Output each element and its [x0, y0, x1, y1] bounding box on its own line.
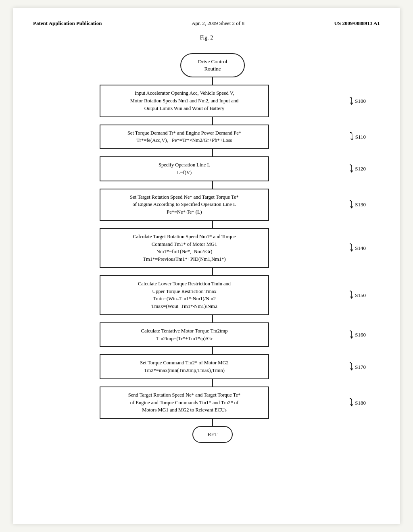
flowchart: Drive ControlRoutine Input Accelerator O…	[33, 53, 380, 443]
s170-arrow-icon: ⤵	[349, 361, 353, 373]
step-s130-text: Set Target Rotation Speed Ne* and Target…	[130, 194, 238, 215]
step-s100-text: Input Accelerator Opening Acc, Vehicle S…	[130, 90, 238, 111]
connector-3	[128, 181, 297, 189]
step-s140-text: Calculate Target Rotation Speed Nm1* and…	[133, 234, 236, 262]
connector-0	[128, 77, 297, 85]
step-s150-label: ⤵ S150	[349, 291, 366, 300]
step-s130-row: Set Target Rotation Speed Ne* and Target…	[100, 189, 325, 221]
s140-label-text: S140	[355, 245, 366, 251]
step-s180-label: ⤵ S180	[349, 398, 366, 407]
connector-6	[128, 315, 297, 322]
connector-4	[128, 221, 297, 228]
step-s140-label: ⤵ S140	[349, 243, 366, 253]
header-publication: Patent Application Publication	[33, 20, 102, 27]
header-date-sheet: Apr. 2, 2009 Sheet 2 of 8	[192, 20, 244, 27]
connector-7	[128, 347, 297, 354]
step-s110-label: ⤵ S110	[350, 132, 366, 141]
step-s130-label: ⤵ S130	[349, 200, 366, 209]
step-s170-text: Set Torque Command Tm2* of Motor MG2Tm2*…	[140, 360, 229, 373]
step-s120-box: Specify Operation Line LL=f(V)	[100, 156, 269, 181]
s140-arrow-icon: ⤵	[349, 242, 353, 254]
step-s180-text: Send Target Rotation Speed Ne* and Targe…	[128, 392, 240, 413]
step-s140-row: Calculate Target Rotation Speed Nm1* and…	[100, 228, 325, 268]
figure-title: Fig. 2	[33, 35, 380, 41]
step-s160-box: Calculate Tentative Motor Torque Tm2tmpT…	[100, 322, 269, 347]
connector-5	[128, 268, 297, 275]
step-s150-row: Calculate Lower Torque Restriction Tmin …	[100, 275, 325, 315]
start-wrapper: Drive ControlRoutine	[128, 53, 297, 77]
s120-label-text: S120	[355, 166, 366, 172]
step-s110-wrapper: Set Torque Demand Tr* and Engine Power D…	[100, 125, 269, 150]
step-s150-box: Calculate Lower Torque Restriction Tmin …	[100, 275, 269, 315]
s180-label-text: S180	[355, 399, 366, 406]
step-s100-label: ⤵ S100	[349, 96, 366, 106]
s120-arrow-icon: ⤵	[349, 163, 353, 175]
step-s110-text: Set Torque Demand Tr* and Engine Power D…	[127, 130, 241, 143]
step-s170-wrapper: Set Torque Command Tm2* of Motor MG2Tm2*…	[100, 354, 269, 379]
step-s130-wrapper: Set Target Rotation Speed Ne* and Target…	[100, 189, 269, 221]
connector-9	[128, 419, 297, 426]
step-s160-wrapper: Calculate Tentative Motor Torque Tm2tmpT…	[100, 322, 269, 347]
header-patent-number: US 2009/0088913 A1	[334, 20, 380, 27]
step-s150-wrapper: Calculate Lower Torque Restriction Tmin …	[100, 275, 269, 315]
s100-label-text: S100	[355, 98, 366, 104]
step-s160-label: ⤵ S160	[349, 330, 366, 339]
s150-arrow-icon: ⤵	[349, 289, 353, 301]
start-box: Drive ControlRoutine	[180, 53, 245, 77]
step-s160-text: Calculate Tentative Motor Torque Tm2tmpT…	[141, 328, 228, 341]
step-s180-box: Send Target Rotation Speed Ne* and Targe…	[100, 387, 269, 419]
end-wrapper: RET	[128, 426, 297, 443]
step-s140-wrapper: Calculate Target Rotation Speed Nm1* and…	[100, 228, 269, 268]
step-s120-row: Specify Operation Line LL=f(V) ⤵ S120	[100, 156, 325, 181]
step-s100-row: Input Accelerator Opening Acc, Vehicle S…	[100, 85, 325, 117]
s100-arrow-icon: ⤵	[349, 95, 353, 107]
step-s120-label: ⤵ S120	[349, 164, 366, 173]
page: Patent Application Publication Apr. 2, 2…	[13, 8, 400, 524]
step-s110-box: Set Torque Demand Tr* and Engine Power D…	[100, 125, 269, 150]
step-s120-text: Specify Operation Line LL=f(V)	[159, 162, 210, 175]
header: Patent Application Publication Apr. 2, 2…	[33, 20, 380, 27]
connector-2	[128, 149, 297, 156]
step-s140-box: Calculate Target Rotation Speed Nm1* and…	[100, 228, 269, 268]
s110-arrow-icon: ⤵	[350, 131, 354, 143]
s170-label-text: S170	[355, 364, 366, 370]
step-s170-label: ⤵ S170	[349, 362, 366, 372]
step-s150-text: Calculate Lower Torque Restriction Tmin …	[138, 281, 231, 309]
connector-8	[128, 379, 297, 387]
step-s100-box: Input Accelerator Opening Acc, Vehicle S…	[100, 85, 269, 117]
start-label: Drive ControlRoutine	[198, 58, 227, 72]
step-s180-wrapper: Send Target Rotation Speed Ne* and Targe…	[100, 387, 269, 419]
s160-label-text: S160	[355, 332, 366, 338]
end-label: RET	[208, 431, 218, 437]
step-s130-box: Set Target Rotation Speed Ne* and Target…	[100, 189, 269, 221]
step-s110-row: Set Torque Demand Tr* and Engine Power D…	[100, 125, 325, 150]
s150-label-text: S150	[355, 292, 366, 298]
s130-label-text: S130	[355, 202, 366, 208]
s160-arrow-icon: ⤵	[349, 329, 353, 341]
step-s170-box: Set Torque Command Tm2* of Motor MG2Tm2*…	[100, 354, 269, 379]
end-box: RET	[192, 426, 233, 443]
s180-arrow-icon: ⤵	[349, 397, 353, 409]
step-s160-row: Calculate Tentative Motor Torque Tm2tmpT…	[100, 322, 325, 347]
step-s120-wrapper: Specify Operation Line LL=f(V)	[100, 156, 269, 181]
s110-label-text: S110	[355, 133, 366, 140]
step-s180-row: Send Target Rotation Speed Ne* and Targe…	[100, 387, 325, 419]
s130-arrow-icon: ⤵	[349, 199, 353, 211]
connector-1	[128, 117, 297, 125]
step-s170-row: Set Torque Command Tm2* of Motor MG2Tm2*…	[100, 354, 325, 379]
step-s100-wrapper: Input Accelerator Opening Acc, Vehicle S…	[100, 85, 269, 117]
